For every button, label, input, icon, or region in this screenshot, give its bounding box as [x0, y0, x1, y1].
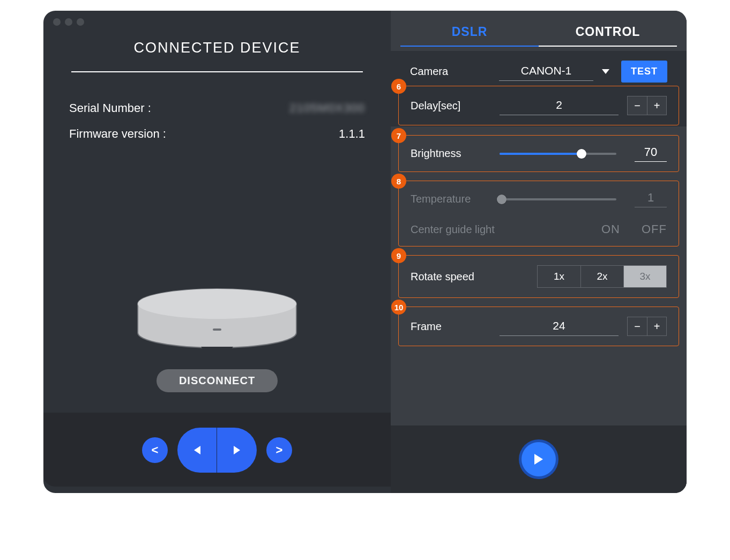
- temperature-value[interactable]: 1: [635, 191, 667, 207]
- brightness-value[interactable]: 70: [635, 145, 667, 162]
- svg-point-1: [138, 289, 296, 319]
- chevron-down-icon[interactable]: [602, 69, 609, 74]
- serial-number-label: Serial Number :: [69, 101, 151, 115]
- tab-control[interactable]: CONTROL: [539, 16, 677, 47]
- triangle-right-icon: [234, 446, 240, 454]
- frame-stepper: − +: [627, 317, 667, 336]
- firmware-row: Firmware version : 1.1.1: [69, 127, 365, 141]
- delay-value[interactable]: 2: [500, 96, 619, 115]
- disconnect-button[interactable]: DISCONNECT: [157, 369, 278, 392]
- start-capture-button[interactable]: [519, 439, 558, 479]
- delay-label: Delay[sec]: [411, 100, 491, 112]
- camera-row: Camera CANON-1 TEST: [398, 58, 679, 83]
- guide-light-on-button[interactable]: ON: [601, 222, 620, 236]
- brightness-slider[interactable]: [500, 148, 616, 159]
- annotation-badge-7: 7: [391, 128, 406, 143]
- annotation-badge-10: 10: [391, 300, 406, 315]
- test-button[interactable]: TEST: [621, 61, 667, 83]
- serial-row: Serial Number : 2105M0X300: [69, 101, 365, 115]
- app-window: CONNECTED DEVICE Serial Number : 2105M0X…: [43, 11, 687, 493]
- rotate-ccw-button[interactable]: [177, 428, 217, 473]
- camera-label: Camera: [410, 65, 490, 78]
- turntable-icon: [134, 287, 300, 356]
- step-prev-button[interactable]: <: [142, 437, 168, 463]
- delay-section: 6 Delay[sec] 2 − +: [398, 86, 679, 125]
- annotation-badge-6: 6: [391, 79, 406, 94]
- chevron-right-icon: >: [276, 443, 283, 457]
- transport-controls: < >: [43, 413, 391, 487]
- rotate-speed-segmented: 1x 2x 3x: [537, 265, 667, 288]
- frame-increment-button[interactable]: +: [647, 317, 666, 335]
- rotate-direction-group: [177, 428, 257, 473]
- svg-rect-2: [213, 328, 221, 331]
- rotate-cw-button[interactable]: [217, 428, 257, 473]
- temperature-label: Temperature: [411, 193, 491, 205]
- settings-pane: DSLR CONTROL Camera CANON-1 TEST 6: [391, 11, 687, 493]
- connected-device-title: CONNECTED DEVICE: [69, 40, 365, 56]
- firmware-label: Firmware version :: [69, 127, 166, 141]
- triangle-left-icon: [194, 446, 200, 454]
- settings-body: Camera CANON-1 TEST 6 Delay[sec] 2 −: [391, 47, 687, 346]
- tab-bar: DSLR CONTROL: [391, 11, 687, 47]
- rotate-speed-3x[interactable]: 3x: [623, 266, 666, 287]
- firmware-value: 1.1.1: [339, 127, 365, 141]
- step-next-button[interactable]: >: [266, 437, 292, 463]
- frame-section: 10 Frame 24 − +: [398, 307, 679, 346]
- brightness-section: 7 Brightness 70: [398, 135, 679, 172]
- brightness-label: Brightness: [411, 147, 491, 160]
- frame-decrement-button[interactable]: −: [628, 317, 647, 335]
- temperature-slider[interactable]: [500, 194, 616, 205]
- annotation-badge-9: 9: [391, 248, 406, 263]
- center-guide-light-label: Center guide light: [411, 223, 495, 236]
- play-icon: [534, 454, 543, 465]
- frame-value[interactable]: 24: [500, 317, 619, 336]
- frame-label: Frame: [411, 320, 491, 333]
- tab-dslr[interactable]: DSLR: [400, 16, 539, 47]
- rotate-speed-2x[interactable]: 2x: [580, 266, 623, 287]
- device-info: Serial Number : 2105M0X300 Firmware vers…: [69, 101, 365, 141]
- serial-number-value: 2105M0X300: [289, 101, 365, 115]
- chevron-left-icon: <: [152, 443, 159, 457]
- temperature-section: 8 Temperature 1 Center guide light ON OF…: [398, 181, 679, 247]
- rotate-speed-section: 9 Rotate speed 1x 2x 3x: [398, 255, 679, 298]
- guide-light-off-button[interactable]: OFF: [642, 222, 667, 236]
- device-illustration: [69, 162, 365, 356]
- delay-stepper: − +: [627, 96, 667, 115]
- rotate-speed-1x[interactable]: 1x: [538, 266, 580, 287]
- rotate-speed-label: Rotate speed: [411, 271, 528, 283]
- camera-select[interactable]: CANON-1: [499, 62, 593, 81]
- connected-device-pane: CONNECTED DEVICE Serial Number : 2105M0X…: [43, 11, 391, 493]
- delay-decrement-button[interactable]: −: [628, 96, 647, 115]
- guide-light-toggle: ON OFF: [601, 222, 667, 236]
- delay-increment-button[interactable]: +: [647, 96, 666, 115]
- capture-bar: [391, 425, 687, 493]
- annotation-badge-8: 8: [391, 174, 406, 189]
- title-rule: [71, 71, 363, 72]
